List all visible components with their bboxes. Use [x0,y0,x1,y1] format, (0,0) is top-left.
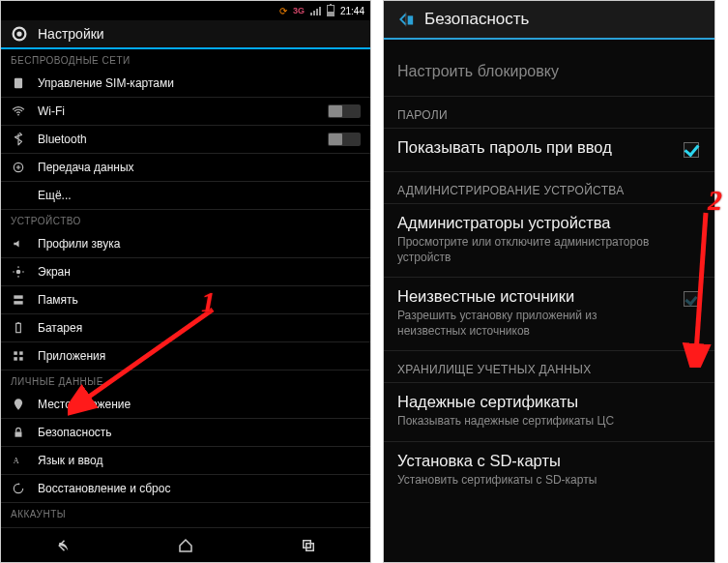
svg-rect-16 [19,351,23,355]
row-subtitle: Просмотрите или отключите администраторо… [397,235,701,265]
item-data[interactable]: Передача данных [1,154,370,182]
section-accounts: АККАУНТЫ [1,503,370,523]
security-list[interactable]: Настроить блокировку ПАРОЛИ Показывать п… [384,40,714,562]
item-more[interactable]: Ещё... [1,182,370,210]
blank-icon [11,188,26,203]
item-wifi[interactable]: Wi-Fi [1,98,370,126]
svg-rect-14 [17,322,19,323]
item-reset[interactable]: Восстановление и сброс [1,475,370,503]
item-label: Экран [38,265,361,279]
item-lock-setup[interactable]: Настроить блокировку [384,49,714,97]
section-device: УСТРОЙСТВО [1,210,370,230]
svg-point-4 [17,114,19,116]
storage-icon [11,292,26,308]
item-label: Управление SIM-картами [38,76,361,90]
row-title: Показывать пароль при ввод [397,138,701,157]
settings-screen: ⟳ 3G 21:44 Настройки БЕСПРОВОДНЫЕ СЕТИ У… [0,0,371,563]
section-credentials: ХРАНИЛИЩЕ УЧЕТНЫХ ДАННЫХ [384,351,714,383]
item-language[interactable]: A Язык и ввод [1,447,370,475]
section-passwords: ПАРОЛИ [384,97,714,129]
item-install-sd[interactable]: Установка с SD-карты Установить сертифик… [384,442,714,500]
row-subtitle: Разрешить установку приложений из неизве… [397,309,701,339]
home-button[interactable] [157,534,215,557]
network-3g-icon: 3G [293,6,305,15]
settings-list[interactable]: БЕСПРОВОДНЫЕ СЕТИ Управление SIM-картами… [1,49,370,527]
svg-rect-17 [14,357,17,361]
item-device-admins[interactable]: Администраторы устройства Просмотрите ил… [384,204,714,278]
item-trusted-certs[interactable]: Надежные сертификаты Показывать надежные… [384,383,714,442]
wifi-toggle[interactable] [328,104,361,118]
item-display[interactable]: Экран [1,258,370,286]
unknown-sources-checkbox[interactable] [684,291,701,309]
row-title: Неизвестные источники [397,287,701,306]
show-password-checkbox[interactable] [684,142,701,160]
svg-rect-15 [14,351,17,355]
item-unknown-sources[interactable]: Неизвестные источники Разрешить установк… [384,278,714,351]
section-wireless: БЕСПРОВОДНЫЕ СЕТИ [1,49,370,70]
title-bar: Настройки [1,20,370,49]
status-bar: ⟳ 3G 21:44 [1,1,370,20]
item-label: Безопасность [38,426,361,439]
back-icon[interactable] [393,9,415,30]
recents-button[interactable] [279,534,337,557]
page-title: Настройки [38,26,104,42]
item-apps[interactable]: Приложения [1,342,370,370]
battery-list-icon [11,320,26,336]
svg-rect-13 [16,323,21,332]
svg-rect-12 [14,301,22,305]
language-icon: A [11,453,26,468]
lock-icon [11,425,26,440]
item-label: Приложения [38,349,361,363]
item-show-password[interactable]: Показывать пароль при ввод [384,129,714,172]
clock: 21:44 [340,6,364,16]
item-label: Передача данных [38,161,361,174]
nav-bar [1,527,370,562]
row-title: Установка с SD-карты [397,452,701,470]
row-subtitle: Показывать надежные сертификаты ЦС [397,414,701,430]
item-google[interactable]: g Google [1,523,370,527]
title-bar: Безопасность [384,1,714,40]
item-sim[interactable]: Управление SIM-картами [1,70,370,98]
battery-icon [327,5,335,16]
item-label: Память [38,293,361,307]
wifi-icon [11,104,26,119]
back-button[interactable] [34,534,92,557]
item-label: Батарея [38,321,361,335]
gear-icon [11,25,28,43]
item-label: Восстановление и сброс [38,482,361,495]
svg-rect-19 [15,431,22,436]
section-admin: АДМИНИСТРИРОВАНИЕ УСТРОЙСТВА [384,172,714,204]
item-label: Профили звука [38,237,361,251]
item-storage[interactable]: Память [1,286,370,314]
item-battery[interactable]: Батарея [1,314,370,342]
svg-text:A: A [14,457,19,465]
item-security[interactable]: Безопасность [1,419,370,447]
svg-rect-11 [14,295,22,299]
svg-point-6 [16,270,21,275]
item-label: Wi-Fi [38,104,328,118]
signal-icon [310,7,321,15]
data-icon [11,160,26,175]
sound-icon [11,236,26,252]
display-icon [11,264,26,280]
svg-rect-18 [19,357,23,361]
item-label: Язык и ввод [38,454,361,467]
security-screen: Безопасность Настроить блокировку ПАРОЛИ… [383,0,715,563]
sim-icon [11,75,26,91]
location-icon [11,397,26,412]
item-label: Ещё... [38,189,361,202]
row-title: Администраторы устройства [397,214,701,232]
bt-toggle[interactable] [328,133,361,146]
svg-rect-26 [408,15,414,24]
item-bluetooth[interactable]: Bluetooth [1,126,370,154]
item-label: Местоположение [38,398,361,411]
svg-rect-3 [15,78,22,89]
apps-icon [11,348,26,364]
section-personal: ЛИЧНЫЕ ДАННЫЕ [1,370,370,391]
sync-icon: ⟳ [279,6,287,16]
row-subtitle: Установить сертификаты с SD-карты [397,473,701,489]
item-label: Bluetooth [38,133,328,146]
svg-point-2 [16,31,21,36]
item-location[interactable]: Местоположение [1,391,370,419]
item-sound[interactable]: Профили звука [1,230,370,258]
